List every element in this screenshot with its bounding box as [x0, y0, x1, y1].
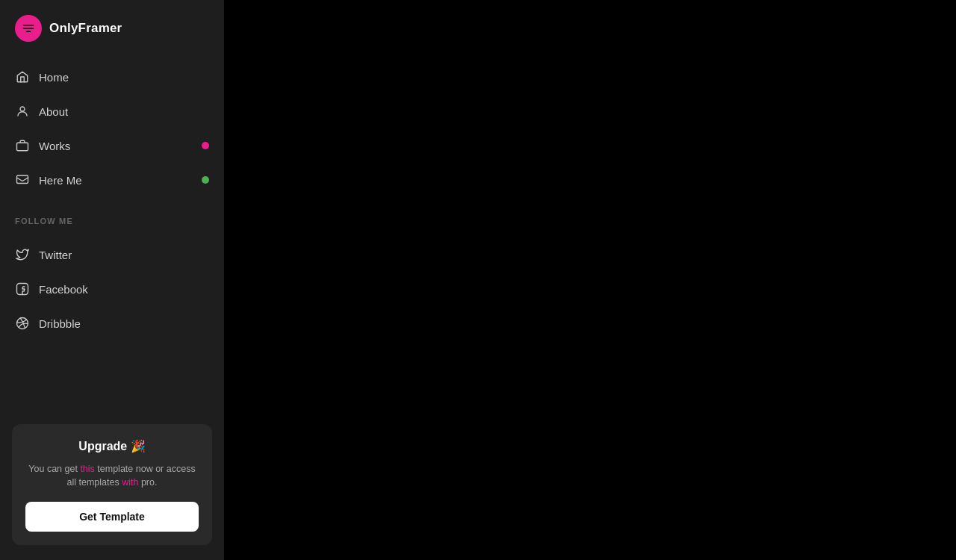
upgrade-description: You can get this template now or access … — [25, 462, 199, 491]
dribbble-icon — [15, 316, 30, 331]
sidebar-item-works-label: Works — [39, 140, 202, 152]
message-icon — [15, 172, 30, 187]
works-badge — [202, 142, 209, 149]
get-template-button[interactable]: Get Template — [25, 502, 199, 532]
main-content — [224, 0, 956, 560]
upgrade-card: Upgrade 🎉 You can get this template now … — [12, 424, 212, 546]
upgrade-highlight-with: with — [122, 477, 138, 488]
sidebar-item-facebook[interactable]: Facebook — [0, 272, 224, 306]
twitter-icon — [15, 247, 30, 262]
sidebar-item-here-me-label: Here Me — [39, 174, 202, 187]
logo-title: OnlyFramer — [49, 21, 122, 36]
facebook-icon — [15, 281, 30, 296]
sidebar-item-here-me[interactable]: Here Me — [0, 163, 224, 197]
briefcase-icon — [15, 138, 30, 153]
sidebar-item-about[interactable]: About — [0, 94, 224, 128]
svg-rect-2 — [17, 175, 28, 184]
upgrade-highlight-this: this — [80, 464, 94, 474]
sidebar-item-works[interactable]: Works — [0, 128, 224, 163]
svg-rect-1 — [17, 143, 28, 151]
sidebar-item-twitter-label: Twitter — [39, 249, 209, 261]
sidebar: OnlyFramer Home About — [0, 0, 224, 560]
person-icon — [15, 104, 30, 119]
social-section: Twitter Facebook Dribbble — [0, 231, 224, 346]
sidebar-item-dribbble-label: Dribbble — [39, 317, 209, 330]
follow-me-label: FOLLOW ME — [0, 203, 224, 231]
sidebar-item-home[interactable]: Home — [0, 60, 224, 94]
logo-icon — [15, 15, 42, 42]
svg-point-0 — [20, 107, 25, 111]
here-me-badge — [202, 176, 209, 184]
logo-area: OnlyFramer — [0, 0, 224, 54]
sidebar-item-twitter[interactable]: Twitter — [0, 237, 224, 272]
sidebar-item-home-label: Home — [39, 71, 209, 84]
nav-section: Home About Works — [0, 54, 224, 203]
sidebar-item-about-label: About — [39, 105, 209, 118]
sidebar-item-dribbble[interactable]: Dribbble — [0, 306, 224, 340]
sidebar-item-facebook-label: Facebook — [39, 283, 209, 296]
home-icon — [15, 69, 30, 84]
upgrade-title: Upgrade 🎉 — [78, 439, 145, 453]
